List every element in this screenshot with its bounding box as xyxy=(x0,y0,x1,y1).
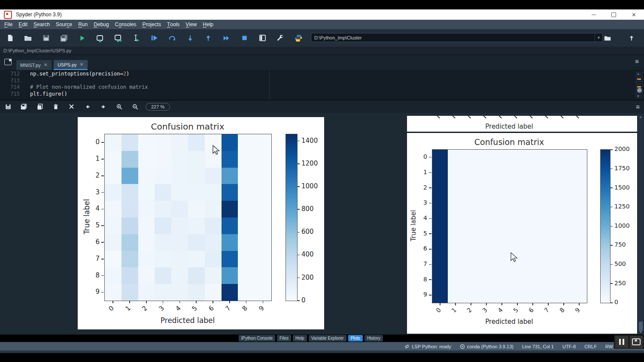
run-cell-advance-icon[interactable] xyxy=(109,31,127,45)
copy-plot-icon[interactable] xyxy=(32,101,48,112)
editor-options-menu-button[interactable]: ≡ xyxy=(635,59,639,63)
heatmap-cell xyxy=(541,257,556,272)
menu-help[interactable]: Help xyxy=(200,20,216,29)
minimize-button[interactable] xyxy=(583,9,604,20)
y-tick-label: 9 xyxy=(78,288,100,296)
close-button[interactable]: ✕ xyxy=(624,9,644,20)
browse-directory-button[interactable] xyxy=(598,31,617,45)
preferences-icon[interactable] xyxy=(271,31,289,45)
previous-plot-icon[interactable] xyxy=(79,101,95,112)
python-env-icon[interactable] xyxy=(289,31,307,45)
max-line-indicator xyxy=(269,70,270,100)
pane-tab-plots[interactable]: Plots xyxy=(348,335,363,341)
scroll-up-icon[interactable]: ▲ xyxy=(637,72,639,75)
new-file-icon[interactable] xyxy=(1,31,19,45)
restore-button[interactable] xyxy=(604,9,624,20)
plots-scrollbar[interactable]: ▲ ▼ xyxy=(638,115,644,334)
colorbar-tick-label: 800 xyxy=(301,205,314,213)
heatmap-cell xyxy=(510,180,525,196)
editor-scrollbar[interactable]: ▲ ▼ xyxy=(635,72,643,98)
heatmap-cell xyxy=(479,226,494,241)
plots-scrollbar-thumb[interactable] xyxy=(639,322,643,331)
run-current-line-icon[interactable] xyxy=(163,31,181,45)
picture-in-picture-button[interactable] xyxy=(630,336,643,348)
save-all-plots-icon[interactable] xyxy=(16,101,32,112)
heatmap-cell xyxy=(463,180,479,196)
editor-tab-usps-py[interactable]: USPS.py✕ xyxy=(54,60,88,70)
heatmap-cell xyxy=(222,201,238,217)
heatmap-cell xyxy=(205,184,222,201)
menu-source[interactable]: Source xyxy=(53,20,75,29)
save-icon[interactable] xyxy=(37,31,55,45)
heatmap-cell xyxy=(479,211,494,226)
interpreter-status[interactable]: conda (Python 3.9.13) xyxy=(460,344,513,349)
menu-file[interactable]: File xyxy=(1,20,15,29)
editor-scrollbar-thumb[interactable] xyxy=(637,88,642,93)
heatmap-cell xyxy=(571,272,587,288)
save-plot-icon[interactable] xyxy=(0,101,16,112)
close-icon[interactable]: ✕ xyxy=(80,62,84,67)
plots-options-menu-button[interactable]: ≡ xyxy=(636,105,640,109)
close-icon[interactable]: ✕ xyxy=(44,62,48,68)
heatmap-cell xyxy=(556,165,571,181)
heatmap-cell xyxy=(171,201,188,217)
colorbar-tick-label: 1400 xyxy=(301,137,318,145)
continue-execution-icon[interactable] xyxy=(217,31,235,45)
menu-debug[interactable]: Debug xyxy=(91,20,112,29)
menu-projects[interactable]: Projects xyxy=(140,20,164,29)
heatmap-cell xyxy=(525,241,541,257)
pane-tab-help[interactable]: Help xyxy=(293,335,307,341)
heatmap-cell xyxy=(138,134,155,151)
parent-directory-button[interactable] xyxy=(623,31,641,45)
pane-tab-files[interactable]: Files xyxy=(277,335,291,341)
step-return-icon[interactable] xyxy=(199,31,217,45)
menu-run[interactable]: Run xyxy=(75,20,91,29)
debug-file-icon[interactable] xyxy=(145,31,163,45)
browse-tabs-icon[interactable] xyxy=(4,59,12,65)
heatmap-cell xyxy=(432,180,448,196)
plots-zoom-level[interactable]: 227 % xyxy=(146,103,170,111)
scroll-up-icon[interactable]: ▲ xyxy=(639,115,642,119)
stop-icon[interactable] xyxy=(235,31,253,45)
working-directory-combobox[interactable]: D:\Python_Imp\Cluster ▼ xyxy=(311,33,603,42)
zoom-out-icon[interactable] xyxy=(127,101,143,112)
menu-edit[interactable]: Edit xyxy=(15,20,30,29)
partial-tick-stub xyxy=(468,116,471,118)
x-tick-label: 0 xyxy=(433,305,444,315)
run-file-icon[interactable] xyxy=(73,31,91,45)
x-axis-label: Predicted label xyxy=(104,316,271,325)
heatmap-cell xyxy=(238,234,255,251)
pane-tab-ipython-console[interactable]: IPython Console xyxy=(239,335,275,341)
menu-view[interactable]: View xyxy=(182,20,200,29)
code-editor[interactable]: 712np.set_printoptions(precision=2)71371… xyxy=(0,70,644,100)
heatmap-cell xyxy=(188,234,205,251)
run-selection-icon[interactable] xyxy=(127,31,145,45)
heatmap-cell xyxy=(138,184,155,201)
pause-button[interactable] xyxy=(615,336,628,348)
menu-search[interactable]: Search xyxy=(30,20,53,29)
y-tick-label: 2 xyxy=(407,184,427,191)
run-cell-icon[interactable] xyxy=(91,31,109,45)
open-file-icon[interactable] xyxy=(19,31,37,45)
menu-tools[interactable]: Tools xyxy=(164,20,182,29)
plot-thumbnail-partial[interactable]: Predicted label xyxy=(407,116,637,132)
save-all-icon[interactable] xyxy=(55,31,73,45)
menu-consoles[interactable]: Consoles xyxy=(112,20,140,29)
editor-tab-mnist-py[interactable]: MNIST.py✕ xyxy=(16,60,52,70)
scroll-down-icon[interactable]: ▼ xyxy=(637,94,639,98)
remove-all-plots-icon[interactable] xyxy=(64,101,79,112)
x-tick-label: 3 xyxy=(480,305,490,315)
scroll-down-icon[interactable]: ▼ xyxy=(639,330,642,334)
colorbar-tick-label: 0 xyxy=(301,296,306,304)
heatmap-cell xyxy=(171,184,188,201)
pane-tab-history[interactable]: History xyxy=(365,335,383,341)
remove-plot-icon[interactable] xyxy=(48,101,64,112)
plot-thumbnail-confusion-matrix[interactable]: Confusion matrix01234567890123456789Pred… xyxy=(407,133,637,332)
maximize-pane-icon[interactable] xyxy=(253,31,271,45)
heatmap-cell xyxy=(122,267,138,284)
step-into-icon[interactable] xyxy=(181,31,199,45)
next-plot-icon[interactable] xyxy=(95,101,111,112)
heatmap-cell xyxy=(494,241,510,257)
zoom-in-icon[interactable] xyxy=(111,101,127,112)
pane-tab-variable-explorer[interactable]: Variable Explorer xyxy=(309,335,346,341)
